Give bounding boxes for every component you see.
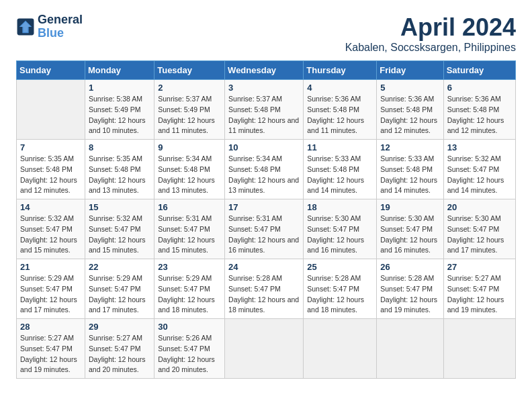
calendar-row: 21 Sunrise: 5:29 AM Sunset: 5:47 PM Dayl…	[17, 259, 516, 319]
logo-text: GeneralBlue	[38, 13, 83, 40]
calendar-cell: 22 Sunrise: 5:29 AM Sunset: 5:47 PM Dayl…	[85, 259, 154, 319]
weekday-header-row: SundayMondayTuesdayWednesdayThursdayFrid…	[17, 61, 516, 80]
calendar-cell: 21 Sunrise: 5:29 AM Sunset: 5:47 PM Dayl…	[17, 259, 85, 319]
calendar-cell: 12 Sunrise: 5:33 AM Sunset: 5:48 PM Dayl…	[377, 140, 443, 199]
day-detail: Sunrise: 5:37 AM Sunset: 5:49 PM Dayligh…	[158, 94, 221, 136]
calendar-cell: 16 Sunrise: 5:31 AM Sunset: 5:47 PM Dayl…	[154, 199, 225, 259]
calendar-cell: 4 Sunrise: 5:36 AM Sunset: 5:48 PM Dayli…	[304, 80, 377, 140]
day-detail: Sunrise: 5:28 AM Sunset: 5:47 PM Dayligh…	[307, 273, 373, 316]
day-detail: Sunrise: 5:29 AM Sunset: 5:47 PM Dayligh…	[20, 273, 81, 316]
day-number: 21	[20, 262, 81, 272]
logo: GeneralBlue	[16, 13, 83, 40]
day-number: 2	[158, 83, 221, 93]
calendar-cell	[377, 319, 443, 379]
day-detail: Sunrise: 5:32 AM Sunset: 5:47 PM Dayligh…	[20, 214, 81, 256]
day-number: 16	[158, 202, 221, 212]
day-detail: Sunrise: 5:34 AM Sunset: 5:48 PM Dayligh…	[158, 154, 221, 196]
calendar-cell: 14 Sunrise: 5:32 AM Sunset: 5:47 PM Dayl…	[17, 199, 85, 259]
calendar-cell: 5 Sunrise: 5:36 AM Sunset: 5:48 PM Dayli…	[377, 80, 443, 140]
day-detail: Sunrise: 5:38 AM Sunset: 5:49 PM Dayligh…	[89, 94, 150, 136]
day-detail: Sunrise: 5:29 AM Sunset: 5:47 PM Dayligh…	[89, 273, 150, 316]
day-number: 22	[89, 262, 150, 272]
calendar-cell: 8 Sunrise: 5:35 AM Sunset: 5:48 PM Dayli…	[85, 140, 154, 199]
weekday-header-cell: Monday	[85, 61, 154, 80]
day-detail: Sunrise: 5:34 AM Sunset: 5:48 PM Dayligh…	[228, 154, 300, 196]
calendar-cell: 28 Sunrise: 5:27 AM Sunset: 5:47 PM Dayl…	[17, 319, 85, 379]
day-number: 17	[228, 202, 300, 212]
day-number: 7	[20, 142, 81, 152]
day-detail: Sunrise: 5:33 AM Sunset: 5:48 PM Dayligh…	[380, 154, 439, 196]
day-number: 3	[228, 83, 300, 93]
day-detail: Sunrise: 5:30 AM Sunset: 5:47 PM Dayligh…	[447, 214, 512, 256]
day-number: 23	[158, 262, 221, 272]
day-detail: Sunrise: 5:27 AM Sunset: 5:47 PM Dayligh…	[447, 273, 512, 316]
day-detail: Sunrise: 5:37 AM Sunset: 5:48 PM Dayligh…	[228, 94, 300, 136]
calendar-cell: 13 Sunrise: 5:32 AM Sunset: 5:47 PM Dayl…	[443, 140, 515, 199]
day-number: 5	[380, 83, 439, 93]
calendar-cell: 26 Sunrise: 5:28 AM Sunset: 5:47 PM Dayl…	[377, 259, 443, 319]
day-detail: Sunrise: 5:33 AM Sunset: 5:48 PM Dayligh…	[307, 154, 373, 196]
day-detail: Sunrise: 5:30 AM Sunset: 5:47 PM Dayligh…	[307, 214, 373, 256]
calendar-cell: 9 Sunrise: 5:34 AM Sunset: 5:48 PM Dayli…	[154, 140, 225, 199]
weekday-header-cell: Friday	[377, 61, 443, 80]
calendar-row: 14 Sunrise: 5:32 AM Sunset: 5:47 PM Dayl…	[17, 199, 516, 259]
day-number: 28	[20, 322, 81, 332]
weekday-header-cell: Tuesday	[154, 61, 225, 80]
calendar-cell	[443, 319, 515, 379]
day-number: 15	[89, 202, 150, 212]
calendar-body: 1 Sunrise: 5:38 AM Sunset: 5:49 PM Dayli…	[17, 80, 516, 379]
calendar-cell: 11 Sunrise: 5:33 AM Sunset: 5:48 PM Dayl…	[304, 140, 377, 199]
day-detail: Sunrise: 5:35 AM Sunset: 5:48 PM Dayligh…	[20, 154, 81, 196]
calendar-cell: 6 Sunrise: 5:36 AM Sunset: 5:48 PM Dayli…	[443, 80, 515, 140]
day-number: 18	[307, 202, 373, 212]
calendar-cell: 15 Sunrise: 5:32 AM Sunset: 5:47 PM Dayl…	[85, 199, 154, 259]
calendar-cell: 17 Sunrise: 5:31 AM Sunset: 5:47 PM Dayl…	[225, 199, 304, 259]
title-area: April 2024 Kabalen, Soccsksargen, Philip…	[345, 13, 516, 54]
day-detail: Sunrise: 5:27 AM Sunset: 5:47 PM Dayligh…	[89, 333, 150, 375]
day-number: 30	[158, 322, 221, 332]
day-detail: Sunrise: 5:36 AM Sunset: 5:48 PM Dayligh…	[380, 94, 439, 136]
calendar-cell: 2 Sunrise: 5:37 AM Sunset: 5:49 PM Dayli…	[154, 80, 225, 140]
day-number: 25	[307, 262, 373, 272]
weekday-header-cell: Thursday	[304, 61, 377, 80]
day-number: 12	[380, 142, 439, 152]
day-number: 10	[228, 142, 300, 152]
day-detail: Sunrise: 5:31 AM Sunset: 5:47 PM Dayligh…	[158, 214, 221, 256]
day-number: 9	[158, 142, 221, 152]
calendar-row: 7 Sunrise: 5:35 AM Sunset: 5:48 PM Dayli…	[17, 140, 516, 199]
day-detail: Sunrise: 5:32 AM Sunset: 5:47 PM Dayligh…	[89, 214, 150, 256]
calendar-table: SundayMondayTuesdayWednesdayThursdayFrid…	[16, 60, 516, 379]
day-number: 20	[447, 202, 512, 212]
day-detail: Sunrise: 5:31 AM Sunset: 5:47 PM Dayligh…	[228, 214, 300, 256]
calendar-cell: 7 Sunrise: 5:35 AM Sunset: 5:48 PM Dayli…	[17, 140, 85, 199]
day-detail: Sunrise: 5:28 AM Sunset: 5:47 PM Dayligh…	[380, 273, 439, 316]
day-number: 14	[20, 202, 81, 212]
day-detail: Sunrise: 5:36 AM Sunset: 5:48 PM Dayligh…	[447, 94, 512, 136]
day-number: 29	[89, 322, 150, 332]
calendar-cell	[304, 319, 377, 379]
day-number: 24	[228, 262, 300, 272]
day-detail: Sunrise: 5:26 AM Sunset: 5:47 PM Dayligh…	[158, 333, 221, 375]
day-number: 4	[307, 83, 373, 93]
calendar-cell	[225, 319, 304, 379]
calendar-cell: 30 Sunrise: 5:26 AM Sunset: 5:47 PM Dayl…	[154, 319, 225, 379]
calendar-cell: 29 Sunrise: 5:27 AM Sunset: 5:47 PM Dayl…	[85, 319, 154, 379]
day-detail: Sunrise: 5:32 AM Sunset: 5:47 PM Dayligh…	[447, 154, 512, 196]
day-detail: Sunrise: 5:28 AM Sunset: 5:47 PM Dayligh…	[228, 273, 300, 316]
calendar-row: 1 Sunrise: 5:38 AM Sunset: 5:49 PM Dayli…	[17, 80, 516, 140]
calendar-cell: 27 Sunrise: 5:27 AM Sunset: 5:47 PM Dayl…	[443, 259, 515, 319]
day-detail: Sunrise: 5:36 AM Sunset: 5:48 PM Dayligh…	[307, 94, 373, 136]
day-detail: Sunrise: 5:27 AM Sunset: 5:47 PM Dayligh…	[20, 333, 81, 375]
calendar-cell: 10 Sunrise: 5:34 AM Sunset: 5:48 PM Dayl…	[225, 140, 304, 199]
calendar-cell: 25 Sunrise: 5:28 AM Sunset: 5:47 PM Dayl…	[304, 259, 377, 319]
weekday-header-cell: Wednesday	[225, 61, 304, 80]
day-number: 1	[89, 83, 150, 93]
calendar-cell: 1 Sunrise: 5:38 AM Sunset: 5:49 PM Dayli…	[85, 80, 154, 140]
day-number: 26	[380, 262, 439, 272]
calendar-cell: 18 Sunrise: 5:30 AM Sunset: 5:47 PM Dayl…	[304, 199, 377, 259]
header: GeneralBlue April 2024 Kabalen, Soccsksa…	[16, 13, 516, 54]
calendar-cell: 23 Sunrise: 5:29 AM Sunset: 5:47 PM Dayl…	[154, 259, 225, 319]
weekday-header-cell: Sunday	[17, 61, 85, 80]
calendar-row: 28 Sunrise: 5:27 AM Sunset: 5:47 PM Dayl…	[17, 319, 516, 379]
calendar-cell	[17, 80, 85, 140]
